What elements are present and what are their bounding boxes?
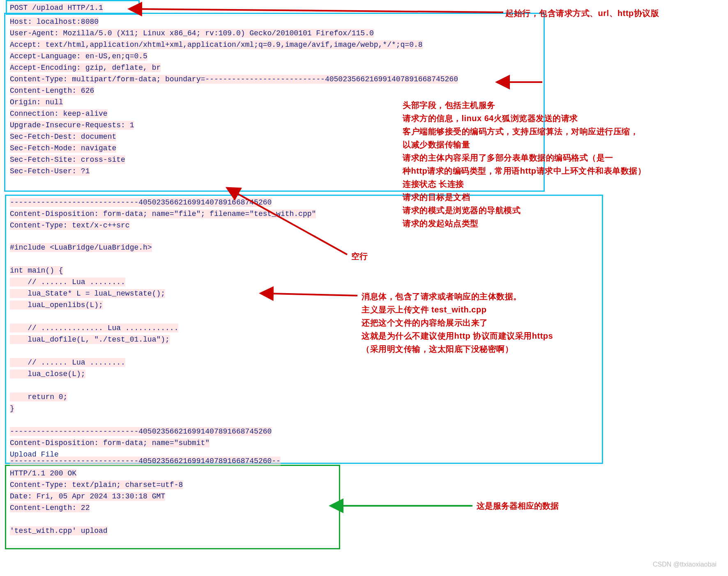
resp-cl: Content-Length: 22: [10, 503, 90, 514]
watermark: CSDN @ttxiaoxiaobai: [653, 560, 716, 569]
body-c3: // ...... Lua ........: [10, 357, 125, 368]
body-cd-submit: Content-Disposition: form-data; name="su…: [10, 438, 210, 449]
http-start-line: POST /upload HTTP/1.1: [10, 2, 103, 14]
hdr-accept: Accept: text/html,application/xhtml+xml,…: [10, 39, 423, 50]
hdr-content-type: Content-Type: multipart/form-data; bound…: [10, 74, 458, 85]
note-start-line: 起始行，包含请求方式、url、http协议版: [505, 7, 659, 20]
note-empty-line: 空行: [351, 250, 368, 263]
hdr-connection: Connection: keep-alive: [10, 108, 108, 119]
body-boundary3: -----------------------------40502356621…: [10, 456, 281, 467]
hdr-sfu: Sec-Fetch-User: ?1: [10, 166, 90, 177]
hdr-host: Host: localhost:8080: [10, 16, 99, 28]
hdr-sfs: Sec-Fetch-Site: cross-site: [10, 154, 125, 165]
body-l1: lua_State* L = luaL_newstate();: [10, 288, 165, 299]
resp-msg: 'test_with.cpp' upload: [10, 526, 108, 537]
body-l4: lua_close(L);: [10, 369, 85, 380]
hdr-sfm: Sec-Fetch-Mode: navigate: [10, 143, 116, 154]
hdr-ua: User-Agent: Mozilla/5.0 (X11; Linux x86_…: [10, 28, 374, 39]
body-l2: luaL_openlibs(L);: [10, 300, 103, 311]
body-ct-file: Content-Type: text/x-c++src: [10, 220, 130, 231]
note-body: 消息体，包含了请求或者响应的主体数据。 主义显示上传文件 test_with.c…: [362, 290, 616, 356]
hdr-origin: Origin: null: [10, 97, 63, 108]
svg-line-3: [271, 294, 357, 296]
resp-date: Date: Fri, 05 Apr 2024 13:30:18 GMT: [10, 491, 165, 502]
resp-ct: Content-Type: text/plain; charset=utf-8: [10, 480, 183, 491]
body-c1: // ...... Lua ........: [10, 277, 125, 288]
body-c2: // .............. Lua ............: [10, 323, 178, 334]
body-main-open: int main() {: [10, 265, 63, 276]
note-headers: 头部字段，包括主机服务 请求方的信息，linux 64火狐浏览器发送的请求 客户…: [403, 99, 727, 230]
hdr-accept-enc: Accept-Encoding: gzip, deflate, br: [10, 62, 161, 73]
resp-status: HTTP/1.1 200 OK: [10, 468, 76, 479]
diagram-root: POST /upload HTTP/1.1 Host: localhost:80…: [0, 0, 728, 576]
body-include: #include <LuaBridge/LuaBridge.h>: [10, 242, 152, 253]
body-main-close: }: [10, 403, 14, 414]
hdr-upgrade: Upgrade-Insecure-Requests: 1: [10, 120, 134, 131]
body-boundary2: -----------------------------40502356621…: [10, 426, 272, 437]
note-response: 这是服务器相应的数据: [477, 499, 559, 512]
svg-line-0: [140, 9, 503, 12]
hdr-content-length: Content-Length: 626: [10, 85, 94, 96]
hdr-sfd: Sec-Fetch-Dest: document: [10, 131, 116, 142]
hdr-accept-lang: Accept-Language: en-US,en;q=0.5: [10, 51, 147, 62]
body-boundary1: -----------------------------40502356621…: [10, 197, 272, 208]
body-ret: return 0;: [10, 392, 67, 403]
body-cd-file: Content-Disposition: form-data; name="fi…: [10, 209, 316, 220]
body-l3: luaL_dofile(L, "./test_01.lua");: [10, 334, 170, 345]
